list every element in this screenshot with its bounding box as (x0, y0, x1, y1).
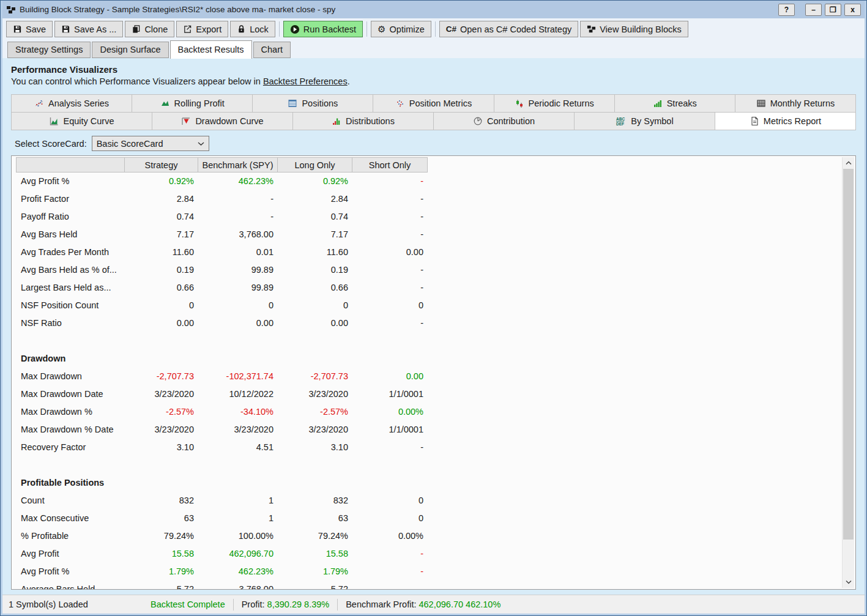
metric-label (16, 332, 125, 350)
metric-value: 3/23/2020 (125, 421, 198, 439)
vertical-scrollbar[interactable] (842, 157, 854, 588)
metric-value: - (352, 545, 428, 563)
table-row: Avg Trades Per Month11.600.0111.600.00 (16, 243, 837, 261)
metrics-table-header: Strategy Benchmark (SPY) Long Only Short… (16, 157, 837, 173)
close-button[interactable]: x (844, 4, 861, 16)
metric-value (278, 350, 352, 368)
clone-button[interactable]: Clone (125, 21, 174, 37)
metric-value: 0.00% (352, 403, 428, 421)
metric-value: 5.72 (278, 581, 352, 589)
metric-label: Max Drawdown Date (16, 385, 125, 403)
metric-label: Avg Profit % (16, 563, 125, 581)
export-button[interactable]: Export (176, 21, 228, 37)
save-button[interactable]: Save (6, 21, 53, 37)
scrollbar-thumb[interactable] (843, 169, 854, 540)
viz-tab-contribution[interactable]: Contribution (433, 112, 575, 130)
table-row: Average Bars Held5.723,768.005.72- (16, 581, 837, 589)
viz-tab-metrics-report[interactable]: Metrics Report (715, 112, 856, 130)
viz-tab-label: Streaks (667, 98, 697, 108)
viz-tab-equity-curve[interactable]: Equity Curve (11, 112, 152, 130)
metric-value: 3/23/2020 (278, 385, 352, 403)
metric-value: 99.89 (198, 261, 278, 279)
table-row: Avg Profit %1.79%462.23%1.79%- (16, 563, 837, 581)
table-row: Max Drawdown %-2.57%-34.10%-2.57%0.00% (16, 403, 837, 421)
metric-value: 0 (352, 510, 428, 527)
viz-tab-rolling-profit[interactable]: Rolling Profit (132, 94, 253, 113)
header-strategy[interactable]: Strategy (124, 157, 198, 173)
metric-value: 0 (198, 297, 278, 314)
viz-tab-drawdown-curve[interactable]: Drawdown Curve (152, 112, 293, 130)
main-tab-strip: Strategy Settings Design Surface Backtes… (2, 39, 865, 58)
scroll-up-icon[interactable] (843, 157, 854, 169)
open-csharp-button[interactable]: C# Open as C# Coded Strategy (439, 21, 578, 37)
metric-value: 11.60 (278, 243, 352, 261)
scroll-down-icon[interactable] (843, 576, 854, 588)
metric-value: 832 (278, 492, 352, 510)
viz-tab-label: Periodic Returns (529, 98, 594, 108)
metric-value (125, 350, 198, 368)
viz-tab-by-symbol[interactable]: ABCDEF By Symbol (574, 112, 715, 130)
optimize-button[interactable]: ⚙ Optimize (371, 21, 431, 37)
metric-value: 0.00 (352, 243, 428, 261)
rolling-profit-icon (160, 98, 170, 108)
save-as-button[interactable]: Save As ... (54, 21, 123, 37)
metric-value: 0.01 (198, 243, 278, 261)
metric-value (278, 474, 352, 492)
tab-backtest-results[interactable]: Backtest Results (170, 40, 252, 59)
benchmark-profit-label: Benchmark Profit: (346, 599, 416, 609)
minimize-button[interactable]: – (805, 4, 822, 16)
header-metric (16, 157, 125, 173)
header-benchmark[interactable]: Benchmark (SPY) (198, 157, 278, 173)
toolbar-separator (279, 21, 280, 37)
metric-value (278, 332, 352, 350)
table-row: Avg Bars Held as % of...0.1999.890.19- (16, 261, 837, 279)
metric-label: Recovery Factor (16, 439, 125, 456)
metric-label: Avg Profit (16, 545, 125, 563)
header-short-only[interactable]: Short Only (352, 157, 428, 173)
viz-tab-monthly-returns[interactable]: Monthly Returns (735, 94, 856, 113)
backtest-preferences-link[interactable]: Backtest Preferences (263, 76, 348, 86)
tab-design-surface[interactable]: Design Surface (92, 42, 168, 58)
metric-value: - (352, 581, 428, 589)
metric-value: 3/23/2020 (198, 421, 278, 439)
viz-tab-positions[interactable]: Positions (252, 94, 373, 113)
statusbar-separator (233, 599, 234, 610)
status-bar: 1 Symbol(s) Loaded Backtest Complete Pro… (2, 595, 865, 614)
run-backtest-button[interactable]: Run Backtest (283, 21, 363, 37)
viz-tab-analysis-series[interactable]: Analysis Series (11, 94, 132, 113)
table-row: Largest Bars Held as...0.6699.890.66- (16, 279, 837, 297)
metric-value: 11.60 (125, 243, 198, 261)
by-symbol-icon: ABCDEF (616, 116, 627, 126)
metric-label: NSF Position Count (16, 297, 125, 314)
metric-value: 1.79% (278, 563, 352, 581)
maximize-button[interactable]: ❐ (825, 4, 841, 16)
table-row: NSF Position Count0000 (16, 297, 837, 314)
tab-chart[interactable]: Chart (253, 42, 291, 58)
metric-value: 0.74 (278, 208, 352, 226)
save-icon (13, 24, 22, 34)
scorecard-select[interactable]: Basic ScoreCard (92, 136, 209, 151)
metric-value: 0.00% (352, 527, 428, 545)
lock-button[interactable]: Lock (230, 21, 275, 37)
viz-tab-streaks[interactable]: Streaks (614, 94, 735, 113)
metric-value: 10/12/2022 (198, 385, 278, 403)
header-long-only[interactable]: Long Only (277, 157, 352, 173)
symbols-loaded-status: 1 Symbol(s) Loaded (9, 599, 151, 609)
performance-visualizers-subtitle: You can control which Performance Visual… (11, 76, 865, 86)
metric-label: Avg Trades Per Month (16, 243, 125, 261)
metric-value: 79.24% (278, 527, 352, 545)
help-button[interactable]: ? (778, 4, 795, 16)
tab-strategy-settings[interactable]: Strategy Settings (7, 42, 91, 58)
viz-tab-distributions[interactable]: Distributions (292, 112, 434, 130)
viz-tab-periodic-returns[interactable]: Periodic Returns (494, 94, 615, 113)
app-window: Building Block Strategy - Sample Strateg… (0, 0, 867, 616)
scrollbar-track[interactable] (843, 169, 854, 576)
viz-tab-position-metrics[interactable]: Position Metrics (373, 94, 494, 113)
metric-label: Avg Bars Held (16, 226, 125, 243)
metric-value: 63 (125, 510, 198, 527)
metric-label: Max Drawdown % Date (16, 421, 125, 439)
profit-value: 8,390.29 8.39% (267, 599, 330, 609)
metric-value: 100.00% (198, 527, 278, 545)
metric-value: - (352, 563, 428, 581)
view-building-blocks-button[interactable]: View Building Blocks (580, 21, 688, 37)
